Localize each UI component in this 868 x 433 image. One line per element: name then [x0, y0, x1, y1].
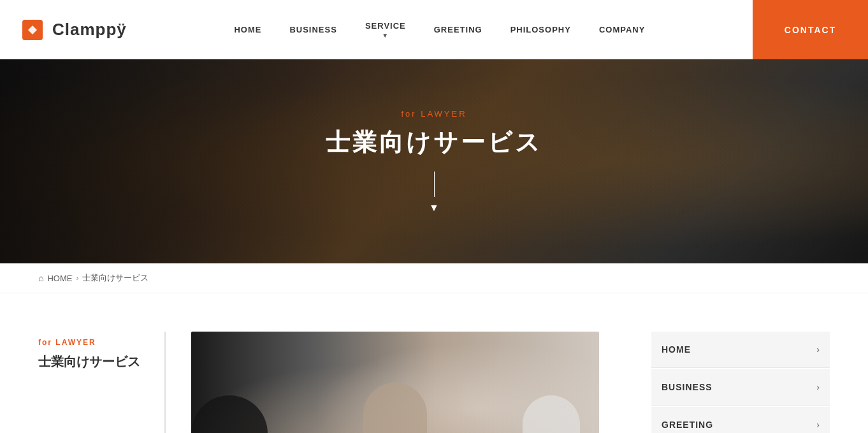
hero-title: 士業向けサービス	[326, 126, 542, 159]
nav-home[interactable]: HOME	[220, 25, 275, 34]
header: Clamppÿ HOME BUSINESS SERVICE ▼ GREETING…	[0, 0, 868, 59]
main-nav: HOME BUSINESS SERVICE ▼ GREETING PHILOSO…	[220, 21, 659, 39]
logo[interactable]: Clamppÿ	[0, 17, 127, 43]
sidebar-title: 士業向けサービス	[38, 352, 152, 371]
right-nav-greeting[interactable]: GREETING ›	[651, 407, 830, 433]
nav-service[interactable]: SERVICE ▼	[351, 21, 420, 39]
breadcrumb-current: 士業向けサービス	[82, 272, 148, 284]
right-sidebar: HOME › BUSINESS › GREETING ›	[651, 332, 830, 433]
logo-text: Clamppÿ	[52, 20, 127, 40]
center-content	[191, 332, 626, 433]
chevron-down-icon: ▼	[326, 202, 542, 214]
content-image	[191, 332, 599, 433]
breadcrumb: ⌂ HOME › 士業向けサービス	[0, 263, 868, 293]
breadcrumb-separator: ›	[76, 274, 78, 283]
nav-greeting[interactable]: GREETING	[420, 25, 496, 34]
breadcrumb-home-link[interactable]: HOME	[47, 274, 72, 283]
contact-button[interactable]: CONTACT	[753, 0, 868, 59]
sidebar-label: for LAWYER	[38, 338, 152, 347]
hero-subtitle: for LAWYER	[326, 109, 542, 119]
nav-business[interactable]: BUSINESS	[275, 25, 351, 34]
home-icon: ⌂	[38, 273, 43, 283]
chevron-right-icon: ›	[816, 344, 820, 355]
chevron-down-icon: ▼	[382, 32, 389, 39]
logo-icon	[19, 17, 46, 43]
hero-section: for LAWYER 士業向けサービス ▼	[0, 59, 868, 263]
nav-philosophy[interactable]: PHILOSOPHY	[496, 25, 585, 34]
main-content: for LAWYER 士業向けサービス HOME › BUSINESS › GR…	[0, 293, 868, 433]
left-sidebar: for LAWYER 士業向けサービス	[38, 332, 166, 433]
hero-divider	[434, 172, 435, 197]
hero-content: for LAWYER 士業向けサービス ▼	[326, 109, 542, 214]
chevron-right-icon: ›	[816, 382, 820, 392]
nav-company[interactable]: COMPANY	[585, 25, 659, 34]
right-nav-home[interactable]: HOME ›	[651, 332, 830, 368]
right-nav-business[interactable]: BUSINESS ›	[651, 369, 830, 406]
chevron-right-icon: ›	[816, 420, 820, 430]
